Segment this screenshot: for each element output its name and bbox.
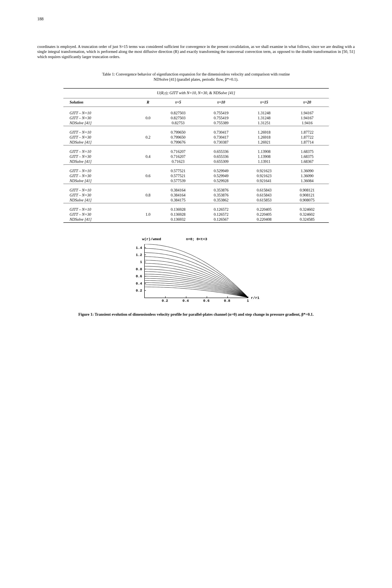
cell-solution: GITT – N=10 (64, 149, 140, 154)
cell-value: 1.36090 (286, 173, 329, 178)
col-t10: τ=10 (200, 98, 243, 107)
x-tick-label: 0.8 (224, 299, 230, 303)
cell-value: 1.87714 (286, 140, 329, 145)
cell-solution: NDSolve [41] (64, 140, 140, 145)
x-tick-label: 0.6 (203, 299, 210, 303)
cell-value: 0.921641 (242, 178, 286, 184)
cell-R (139, 149, 156, 154)
table-row: NDSolve [41]0.1369320.1265670.2204080.32… (64, 217, 329, 223)
cell-value: 0.615853 (242, 198, 286, 203)
cell-value: 0.908121 (286, 193, 329, 198)
cell-value: 0.529949 (200, 168, 243, 173)
cell-value: 1.13911 (242, 159, 286, 165)
cell-value: 0.353862 (200, 198, 243, 203)
cell-value: 0.799676 (156, 140, 200, 145)
chart-curve (145, 272, 248, 298)
col-t5: τ=5 (156, 98, 200, 107)
plot-area (144, 244, 248, 298)
cell-value: 0.353876 (200, 193, 243, 198)
table-row: GITT – N=100.8275030.7554191.312481.9416… (64, 111, 329, 116)
cell-value: 1.13908 (242, 154, 286, 159)
col-R: R (139, 98, 156, 107)
cell-R (139, 140, 156, 145)
chart-annotation: n=0; 0<t<3 (186, 237, 207, 241)
cell-value: 0.577521 (156, 173, 200, 178)
cell-value: 0.71623 (156, 159, 200, 165)
page-number: 188 (37, 17, 355, 21)
figure-caption-tail: β*=0.1. (302, 312, 314, 316)
cell-value: 0.324602 (286, 212, 329, 217)
y-tick-label: 0.8 (136, 267, 142, 271)
cell-value: 0.82753 (156, 121, 200, 126)
cell-solution: GITT – N=30 (64, 154, 140, 159)
cell-solution: GITT – N=10 (64, 188, 140, 193)
cell-value: 0.126572 (200, 207, 243, 212)
cell-R (139, 121, 156, 126)
chart-curve (145, 257, 248, 298)
table-caption-line2: NDSolve [41] (parallel plates, periodic … (154, 77, 238, 82)
cell-solution: NDSolve [41] (64, 178, 140, 184)
cell-value: 0.615843 (242, 193, 286, 198)
cell-value: 1.31248 (242, 116, 286, 121)
table-row: GITT – N=100.7996500.7304171.269181.8772… (64, 130, 329, 135)
cell-solution: GITT – N=10 (64, 168, 140, 173)
cell-solution: GITT – N=30 (64, 116, 140, 121)
y-tick-label: 0.2 (136, 289, 142, 292)
cell-value: 0.384164 (156, 188, 200, 193)
col-solution: Solution (64, 98, 140, 107)
cell-R (139, 168, 156, 173)
cell-value: 1.9416 (286, 121, 329, 126)
cell-R (139, 198, 156, 203)
cell-value: 0.324585 (286, 217, 329, 223)
cell-value: 0.655309 (200, 159, 243, 165)
cell-value: 1.31251 (242, 121, 286, 126)
chart-xlabel: r/r1 (251, 296, 260, 300)
cell-solution: GITT – N=30 (64, 135, 140, 140)
cell-value: 0.716207 (156, 154, 200, 159)
cell-value: 1.13908 (242, 149, 286, 154)
cell-value: 0.827503 (156, 116, 200, 121)
cell-value: 0.730417 (200, 135, 243, 140)
table-row: GITT – N=301.00.1369280.1265720.2204050.… (64, 212, 329, 217)
cell-R: 0.4 (139, 154, 156, 159)
cell-solution: GITT – N=30 (64, 193, 140, 198)
x-tick-label: 1 (247, 299, 249, 303)
table-row: GITT – N=100.1369280.1265720.2204050.324… (64, 207, 329, 212)
cell-value: 0.799650 (156, 130, 200, 135)
cell-value: 0.716207 (156, 149, 200, 154)
table-row: NDSolve [41]0.5775390.5299280.9216411.36… (64, 178, 329, 184)
cell-value: 1.94167 (286, 116, 329, 121)
cell-value: 0.529949 (200, 173, 243, 178)
cell-value: 0.220405 (242, 207, 286, 212)
table-caption: Table 1: Convergence behavior of eigenfu… (37, 72, 355, 82)
cell-value: 0.220408 (242, 217, 286, 223)
table-row: NDSolve [41]0.7996760.7303871.269211.877… (64, 140, 329, 145)
body-paragraph: coordinates is employed. A truncation or… (37, 44, 355, 59)
chart-curve (145, 263, 248, 298)
cell-value: 0.730387 (200, 140, 243, 145)
cell-value: 0.908075 (286, 198, 329, 203)
cell-value: 0.755419 (200, 111, 243, 116)
cell-R: 0.2 (139, 135, 156, 140)
table-row: GITT – N=300.40.7162070.6553361.139081.6… (64, 154, 329, 159)
y-tick-label: 1.2 (136, 253, 142, 257)
y-tick-label: 1 (140, 260, 142, 264)
table-row: NDSolve [41]0.716230.6553091.139111.6836… (64, 159, 329, 165)
table-row: GITT – N=100.5775210.5299490.9216231.360… (64, 168, 329, 173)
cell-R (139, 178, 156, 184)
cell-value: 1.26921 (242, 140, 286, 145)
y-axis-ticks: 0.20.40.60.811.21.4 (135, 244, 142, 298)
cell-value: 1.36090 (286, 168, 329, 173)
cell-value: 0.755419 (200, 116, 243, 121)
cell-value: 0.827503 (156, 111, 200, 116)
cell-value: 0.730417 (200, 130, 243, 135)
y-tick-label: 1.4 (136, 246, 142, 250)
convergence-table: Solution R τ=5 τ=10 τ=15 τ=20 GITT – N=1… (64, 98, 329, 223)
table-row: NDSolve [41]0.827530.7553891.312511.9416 (64, 121, 329, 126)
table-row: GITT – N=100.3841640.3538760.6158430.908… (64, 188, 329, 193)
cell-R: 1.0 (139, 212, 156, 217)
cell-value: 0.529928 (200, 178, 243, 184)
cell-value: 1.68367 (286, 159, 329, 165)
cell-value: 1.36084 (286, 178, 329, 184)
cell-value: 0.353876 (200, 188, 243, 193)
